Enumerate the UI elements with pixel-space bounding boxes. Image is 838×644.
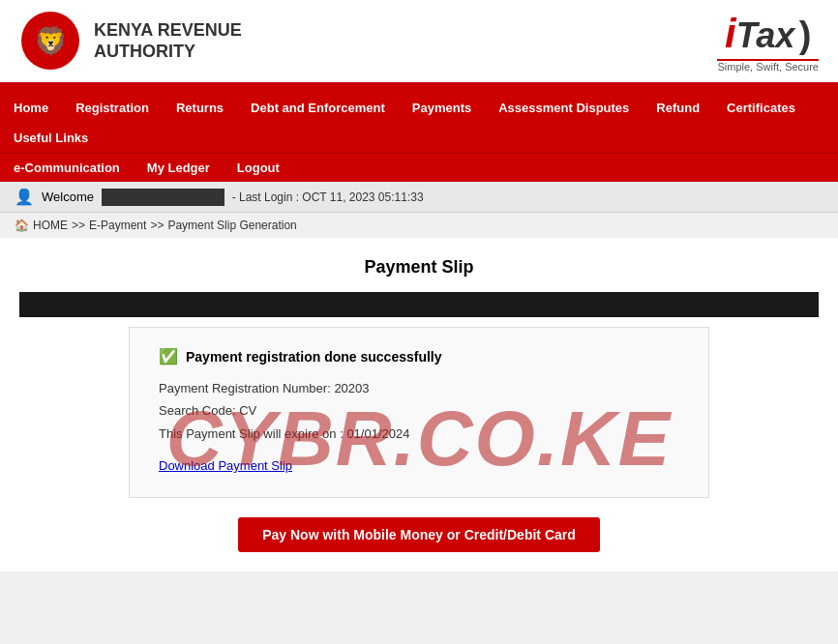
kra-org-name: Kenya Revenue Authority	[94, 20, 242, 62]
nav-assessment-disputes[interactable]: Assessment Disputes	[485, 93, 643, 123]
itax-brand: iTax )	[725, 11, 811, 57]
last-login-date: OCT 11, 2023 05:11:33	[302, 190, 423, 204]
nav-home[interactable]: Home	[0, 93, 62, 123]
search-code-label: Search Code:	[159, 403, 236, 418]
org-name-line2: Authority	[94, 42, 195, 61]
nav-e-communication[interactable]: e-Communication	[0, 154, 134, 182]
nav-logout[interactable]: Logout	[224, 154, 293, 182]
red-divider	[0, 85, 838, 93]
expiry-label: This Payment Slip will expire on :	[159, 426, 344, 441]
itax-logo-container: iTax ) Simple, Swift, Secure	[717, 11, 819, 73]
last-login-text: - Last Login : OCT 11, 2023 05:11:33	[232, 190, 424, 204]
breadcrumb-current: Payment Slip Generation	[167, 219, 296, 232]
kra-shield-icon: 🦁	[19, 10, 82, 73]
expiry-row: This Payment Slip will expire on : 01/01…	[159, 423, 679, 445]
prn-row: Payment Registration Number: 20203	[159, 377, 679, 399]
kra-logo: 🦁 Kenya Revenue Authority	[19, 10, 242, 73]
success-header: ✅ Payment registration done successfully	[159, 347, 679, 366]
page-title: Payment Slip	[19, 257, 819, 278]
breadcrumb-epayment[interactable]: E-Payment	[89, 219, 146, 232]
itax-i: i	[725, 11, 736, 56]
breadcrumb-home[interactable]: HOME	[33, 219, 68, 232]
nav-debt-enforcement[interactable]: Debt and Enforcement	[237, 93, 399, 123]
breadcrumb-sep1: >>	[72, 219, 85, 232]
search-code-value: CV	[239, 403, 256, 418]
main-content: Payment Slip CYBR.CO.KE ✅ Payment regist…	[0, 238, 838, 571]
nav-returns[interactable]: Returns	[163, 93, 237, 123]
prn-label: Payment Registration Number:	[159, 381, 331, 395]
last-login-label: - Last Login :	[232, 190, 299, 204]
content-area: CYBR.CO.KE ✅ Payment registration done s…	[19, 327, 819, 552]
home-icon: 🏠	[15, 219, 29, 232]
page-header: 🦁 Kenya Revenue Authority iTax ) Simple,…	[0, 0, 838, 85]
prn-value: 20203	[334, 381, 369, 395]
success-box: ✅ Payment registration done successfully…	[129, 327, 709, 498]
success-icon: ✅	[159, 347, 178, 366]
search-code-row: Search Code: CV	[159, 399, 679, 422]
primary-navigation: Home Registration Returns Debt and Enfor…	[0, 93, 838, 153]
svg-text:🦁: 🦁	[34, 25, 68, 57]
nav-registration[interactable]: Registration	[62, 93, 163, 123]
org-name-line1: Kenya Revenue	[94, 20, 242, 40]
breadcrumb-sep2: >>	[150, 219, 164, 232]
user-icon: 👤	[15, 188, 34, 206]
nav-certificates[interactable]: Certificates	[713, 93, 809, 123]
itax-tax: Tax	[736, 15, 795, 55]
pay-button-container: Pay Now with Mobile Money or Credit/Debi…	[19, 517, 819, 552]
itax-tagline: Simple, Swift, Secure	[717, 61, 819, 73]
welcome-bar: 👤 Welcome - Last Login : OCT 11, 2023 05…	[0, 182, 838, 213]
nav-payments[interactable]: Payments	[399, 93, 485, 123]
success-details: Payment Registration Number: 20203 Searc…	[159, 377, 679, 478]
nav-my-ledger[interactable]: My Ledger	[134, 154, 224, 182]
pay-now-button[interactable]: Pay Now with Mobile Money or Credit/Debi…	[238, 517, 600, 552]
secondary-navigation: e-Communication My Ledger Logout	[0, 153, 838, 182]
download-link[interactable]: Download Payment Slip	[159, 454, 679, 477]
info-bar	[19, 292, 819, 317]
breadcrumb: 🏠 HOME >> E-Payment >> Payment Slip Gene…	[0, 213, 838, 238]
success-message: Payment registration done successfully	[186, 349, 442, 365]
welcome-label: Welcome	[42, 190, 94, 204]
itax-curve: )	[799, 15, 812, 55]
expiry-value: 01/01/2024	[346, 426, 409, 441]
nav-useful-links[interactable]: Useful Links	[0, 123, 102, 153]
username-display	[102, 189, 224, 206]
nav-refund[interactable]: Refund	[643, 93, 713, 123]
